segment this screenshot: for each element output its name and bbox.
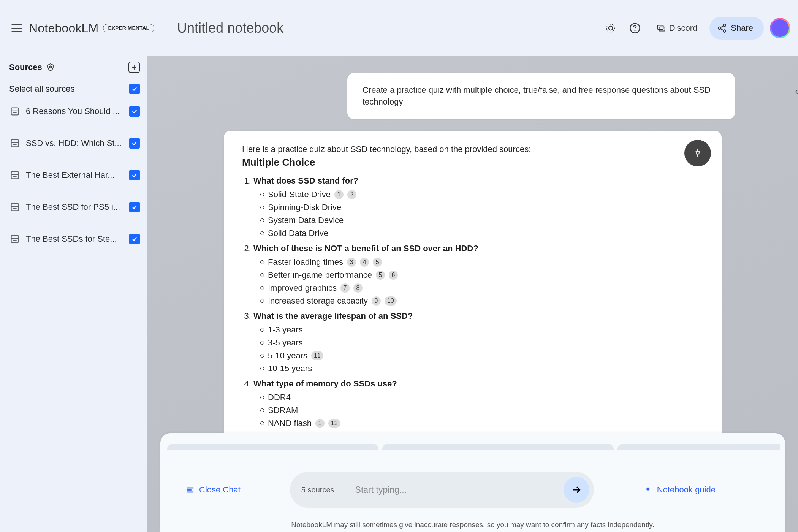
pin-button[interactable] (684, 140, 711, 166)
source-item[interactable]: The Best External Har... (9, 169, 140, 181)
compose-panel: What are three advantages SSDs offer for… (160, 433, 785, 532)
send-button[interactable] (564, 477, 589, 503)
option-text: System Data Device (268, 215, 344, 225)
source-checkbox[interactable] (129, 106, 140, 117)
radio-icon (260, 341, 264, 345)
source-count[interactable]: 5 sources (290, 472, 346, 508)
share-label: Share (731, 23, 753, 33)
discord-button[interactable]: Discord (650, 19, 704, 37)
citation-chip[interactable]: 11 (311, 351, 323, 360)
svg-point-1 (606, 24, 614, 32)
source-item[interactable]: 6 Reasons You Should ... (9, 106, 140, 117)
disclaimer: NotebookLM may still sometimes give inac… (166, 521, 780, 529)
quiz-question: What does SSD stand for?Solid-State Driv… (253, 176, 703, 238)
document-icon (9, 169, 21, 181)
option-text: Solid-State Drive (268, 190, 331, 200)
option-text: 3-5 years (268, 338, 303, 348)
svg-rect-24 (11, 236, 19, 243)
source-item[interactable]: The Best SSDs for Ste... (9, 233, 140, 245)
topbar: NotebookLM EXPERIMENTAL Untitled noteboo… (0, 0, 798, 56)
source-checkbox[interactable] (129, 138, 140, 149)
avatar[interactable] (770, 18, 790, 38)
citation-chip[interactable]: 1 (334, 190, 344, 199)
source-checkbox[interactable] (129, 234, 140, 244)
help-button[interactable] (626, 19, 644, 37)
suggestion-chip[interactable]: What are three advantages SSDs offer for… (167, 444, 378, 450)
source-item[interactable]: The Best SSD for PS5 i... (9, 201, 140, 213)
source-checkbox[interactable] (129, 170, 140, 180)
compose-input[interactable]: Start typing... (346, 485, 564, 495)
notebook-guide-button[interactable]: Notebook guide (643, 485, 716, 495)
main-area: ‹ Create a practice quiz with multiple c… (147, 56, 798, 532)
quiz-question: What type of memory do SSDs use?DDR4SDRA… (253, 379, 703, 428)
share-icon (717, 23, 727, 33)
suggestion-chip[interactable]: How do SSDs and HDDs differ in data stor… (382, 444, 614, 450)
shield-icon (46, 63, 55, 72)
quiz-option: Increased storage capacity910 (260, 296, 703, 306)
citation-chip[interactable]: 4 (360, 258, 369, 267)
menu-icon (11, 24, 22, 32)
option-text: SDRAM (268, 405, 298, 415)
notebook-title[interactable]: Untitled notebook (177, 20, 283, 36)
citation-chip[interactable]: 2 (347, 190, 356, 199)
citation-chip[interactable]: 8 (353, 283, 363, 293)
svg-rect-29 (187, 492, 194, 493)
source-checkbox[interactable] (129, 202, 140, 212)
logo: NotebookLM EXPERIMENTAL (29, 21, 154, 35)
citation-chip[interactable]: 6 (389, 271, 398, 280)
option-text: 10-15 years (268, 364, 312, 374)
share-button[interactable]: Share (709, 17, 764, 40)
help-icon (629, 22, 641, 34)
citation-chip[interactable]: 10 (385, 296, 397, 306)
option-text: 5-10 years (268, 351, 307, 361)
close-chat-button[interactable]: Close Chat (186, 485, 241, 495)
radio-icon (260, 260, 264, 264)
quiz-option: Better in-game performance56 (260, 270, 703, 280)
user-message: Create a practice quiz with multiple cho… (347, 73, 735, 119)
quiz-option: SDRAM (260, 405, 703, 415)
theme-toggle[interactable] (602, 19, 620, 37)
radio-icon (260, 299, 264, 303)
sparkle-icon (643, 485, 652, 494)
light-icon (605, 23, 616, 33)
source-name: The Best SSDs for Ste... (26, 234, 124, 244)
svg-point-6 (724, 24, 726, 26)
quiz-option: System Data Device (260, 215, 703, 225)
option-text: Spinning-Disk Drive (268, 203, 341, 212)
radio-icon (260, 396, 264, 399)
check-icon (131, 140, 138, 147)
source-item[interactable]: SSD vs. HDD: Which St... (9, 138, 140, 149)
radio-icon (260, 273, 264, 277)
citation-chip[interactable]: 3 (347, 258, 356, 267)
check-icon (131, 86, 138, 92)
svg-rect-27 (187, 488, 194, 489)
check-icon (131, 236, 138, 242)
quiz-question: What is the average lifespan of an SSD?1… (253, 311, 703, 374)
logo-text: NotebookLM (29, 21, 98, 35)
quiz-option: Improved graphics78 (260, 283, 703, 293)
svg-rect-21 (11, 204, 19, 211)
citation-chip[interactable]: 1 (315, 419, 325, 428)
question-text: What type of memory do SSDs use? (253, 379, 703, 389)
suggestions-scrollbar[interactable] (167, 456, 733, 456)
discord-icon (656, 23, 666, 33)
add-source-button[interactable]: + (128, 62, 140, 73)
quiz-option: Spinning-Disk Drive (260, 203, 703, 212)
document-icon (9, 138, 21, 149)
radio-icon (260, 328, 264, 332)
svg-rect-12 (11, 108, 19, 115)
quiz-option: 5-10 years11 (260, 351, 703, 361)
menu-button[interactable] (8, 19, 26, 37)
select-all-checkbox[interactable] (129, 84, 140, 94)
sources-heading: Sources (9, 62, 42, 72)
svg-point-0 (608, 26, 613, 30)
citation-chip[interactable]: 7 (340, 283, 350, 293)
citation-chip[interactable]: 5 (376, 271, 385, 280)
option-text: NAND flash (268, 418, 312, 428)
citation-chip[interactable]: 5 (373, 258, 382, 267)
citation-chip[interactable]: 9 (372, 296, 381, 306)
suggestion-chip[interactable]: Why might a consumer choose an HDD over … (618, 444, 780, 450)
quiz-option: 10-15 years (260, 364, 703, 374)
question-text: What is the average lifespan of an SSD? (253, 311, 703, 321)
citation-chip[interactable]: 12 (328, 419, 340, 428)
